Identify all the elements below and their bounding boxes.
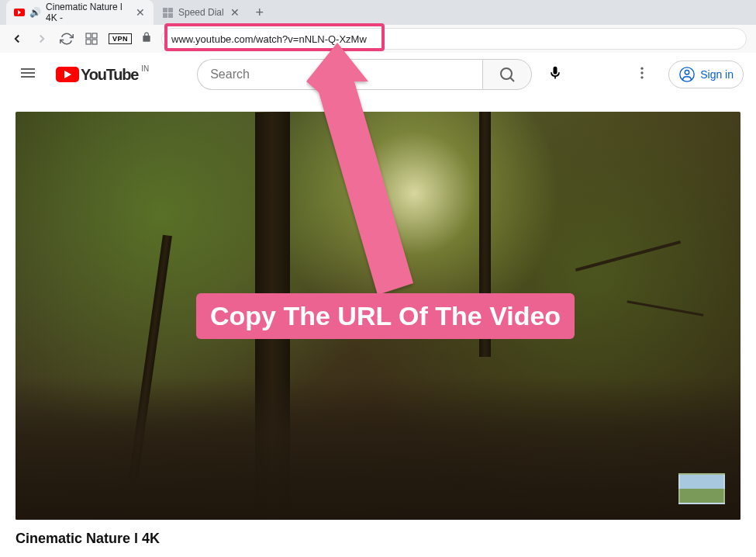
preview-thumbnail[interactable] bbox=[678, 473, 725, 504]
lock-icon[interactable] bbox=[141, 32, 152, 46]
user-icon bbox=[678, 66, 696, 83]
svg-point-4 bbox=[501, 68, 512, 79]
signin-label: Sign in bbox=[700, 68, 734, 81]
svg-point-7 bbox=[641, 71, 644, 74]
svg-point-10 bbox=[685, 71, 689, 75]
apps-button[interactable] bbox=[84, 31, 99, 47]
browser-navigation-bar: VPN www.youtube.com/watch?v=nNLN-Q-XzMw bbox=[0, 25, 756, 53]
header-center bbox=[197, 59, 569, 90]
close-tab-icon[interactable]: ✕ bbox=[229, 6, 241, 19]
svg-rect-0 bbox=[86, 33, 91, 38]
video-area bbox=[0, 96, 756, 520]
search-container bbox=[197, 59, 532, 90]
tab-title: Speed Dial bbox=[178, 7, 224, 18]
video-frame-content bbox=[16, 377, 740, 520]
svg-rect-1 bbox=[92, 33, 97, 38]
tab-title: Cinematic Nature l 4K - bbox=[46, 2, 130, 23]
browser-tab-bar: 🔊 Cinematic Nature l 4K - ✕ Speed Dial ✕… bbox=[0, 0, 756, 25]
youtube-favicon bbox=[14, 6, 25, 19]
address-bar[interactable]: www.youtube.com/watch?v=nNLN-Q-XzMw bbox=[161, 28, 747, 50]
vpn-badge[interactable]: VPN bbox=[109, 33, 132, 44]
svg-rect-3 bbox=[92, 40, 97, 44]
voice-search-button[interactable] bbox=[541, 59, 569, 90]
youtube-logo[interactable]: YouTube IN bbox=[56, 66, 138, 84]
url-text: www.youtube.com/watch?v=nNLN-Q-XzMw bbox=[171, 33, 367, 45]
back-button[interactable] bbox=[9, 31, 25, 47]
reload-button[interactable] bbox=[59, 31, 74, 47]
close-tab-icon[interactable]: ✕ bbox=[135, 6, 146, 19]
video-title: Cinematic Nature l 4K bbox=[0, 520, 756, 547]
speed-dial-favicon bbox=[161, 6, 174, 19]
search-button[interactable] bbox=[482, 59, 532, 90]
svg-point-6 bbox=[641, 67, 644, 70]
new-tab-button[interactable]: + bbox=[249, 2, 271, 23]
video-frame-content bbox=[479, 112, 491, 357]
header-right: Sign in bbox=[628, 59, 744, 90]
browser-tab-active[interactable]: 🔊 Cinematic Nature l 4K - ✕ bbox=[6, 0, 154, 25]
menu-button[interactable] bbox=[12, 57, 43, 92]
more-options-button[interactable] bbox=[628, 59, 656, 90]
video-player[interactable] bbox=[16, 112, 740, 520]
signin-button[interactable]: Sign in bbox=[668, 61, 744, 88]
forward-button[interactable] bbox=[34, 31, 50, 47]
youtube-wordmark: YouTube bbox=[81, 66, 138, 84]
search-input[interactable] bbox=[197, 59, 482, 90]
country-code: IN bbox=[141, 64, 149, 73]
browser-tab[interactable]: Speed Dial ✕ bbox=[154, 0, 249, 25]
youtube-header: YouTube IN Sign in bbox=[0, 53, 756, 96]
header-left: YouTube IN bbox=[12, 57, 138, 92]
audio-indicator-icon[interactable]: 🔊 bbox=[29, 7, 41, 18]
youtube-play-icon bbox=[56, 67, 79, 82]
svg-rect-2 bbox=[86, 40, 91, 44]
svg-line-5 bbox=[510, 78, 514, 81]
svg-point-8 bbox=[641, 76, 644, 78]
